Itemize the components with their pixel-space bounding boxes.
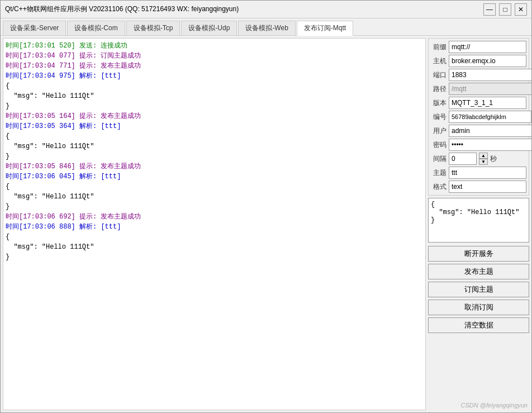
password-row: 密码 bbox=[431, 139, 526, 151]
host-select[interactable]: broker.emqx.io bbox=[449, 55, 526, 67]
log-line: { bbox=[6, 232, 423, 242]
host-label: 主机 bbox=[431, 56, 446, 66]
prefix-row: 前缀 mqtt:// bbox=[431, 41, 526, 53]
watermark: CSDN @feiyangqingyun bbox=[461, 402, 528, 409]
password-label: 密码 bbox=[431, 140, 446, 150]
interval-unit-label: 秒 bbox=[490, 154, 497, 164]
topic-select-wrapper: ttt bbox=[449, 167, 526, 179]
main-content: 时间[17:03:01 520] 发送: 连接成功时间[17:03:04 077… bbox=[1, 36, 531, 412]
interval-input[interactable] bbox=[449, 153, 477, 165]
log-line: } bbox=[6, 151, 423, 162]
log-line: { bbox=[6, 131, 423, 141]
form-section: 前缀 mqtt:// 主机 broker.emqx.io bbox=[428, 38, 529, 196]
window-title: Qt/C++物联网组件应用示例 V20231106 (QQ: 517216493… bbox=[5, 4, 239, 14]
host-row: 主机 broker.emqx.io bbox=[431, 55, 526, 67]
publish-button[interactable]: 发布主题 bbox=[428, 264, 529, 279]
interval-row: 间隔 ▲ ▼ 秒 bbox=[431, 153, 526, 165]
subscribe-button[interactable]: 订阅主题 bbox=[428, 282, 529, 297]
interval-down-button[interactable]: ▼ bbox=[479, 159, 488, 165]
action-buttons: 断开服务 发布主题 订阅主题 取消订阅 清空数据 bbox=[428, 246, 529, 333]
interval-label: 间隔 bbox=[431, 154, 446, 164]
interval-spinner: ▲ ▼ bbox=[479, 153, 488, 165]
interval-up-button[interactable]: ▲ bbox=[479, 153, 488, 159]
path-input[interactable] bbox=[449, 83, 531, 95]
id-label: 编号 bbox=[431, 112, 446, 122]
title-bar: Qt/C++物联网组件应用示例 V20231106 (QQ: 517216493… bbox=[1, 1, 531, 18]
version-label: 版本 bbox=[431, 98, 446, 108]
tab-server[interactable]: 设备采集-Server bbox=[3, 21, 66, 35]
right-panel: 前缀 mqtt:// 主机 broker.emqx.io bbox=[428, 36, 531, 412]
tab-com[interactable]: 设备模拟-Com bbox=[67, 21, 125, 35]
path-row: 路径 bbox=[431, 83, 526, 95]
format-row: 格式 text hex bbox=[431, 181, 526, 193]
log-line: "msg": "Hello 111Qt" bbox=[6, 192, 423, 202]
tab-tcp[interactable]: 设备模拟-Tcp bbox=[126, 21, 180, 35]
close-button[interactable]: ✕ bbox=[515, 3, 527, 16]
log-area[interactable]: 时间[17:03:01 520] 发送: 连接成功时间[17:03:04 077… bbox=[3, 38, 426, 410]
prefix-select[interactable]: mqtt:// bbox=[449, 41, 526, 53]
host-select-wrapper: broker.emqx.io bbox=[449, 55, 526, 67]
log-line: 时间[17:03:05 164] 提示: 发布主题成功 bbox=[6, 111, 423, 121]
port-label: 端口 bbox=[431, 70, 446, 80]
log-line: 时间[17:03:06 692] 提示: 发布主题成功 bbox=[6, 212, 423, 222]
maximize-button[interactable]: □ bbox=[499, 3, 511, 16]
disconnect-button[interactable]: 断开服务 bbox=[428, 246, 529, 262]
log-line: "msg": "Hello 111Qt" bbox=[6, 91, 423, 101]
topic-select[interactable]: ttt bbox=[449, 167, 526, 179]
version-select[interactable]: MQTT_3_1_1 bbox=[449, 97, 526, 109]
tab-udp[interactable]: 设备模拟-Udp bbox=[181, 21, 237, 35]
password-input[interactable] bbox=[449, 139, 531, 151]
log-line: 时间[17:03:04 077] 提示: 订阅主题成功 bbox=[6, 51, 423, 61]
topic-row: 主题 ttt bbox=[431, 167, 526, 179]
port-input[interactable] bbox=[449, 69, 531, 81]
message-textarea[interactable]: { "msg": "Hello 111Qt" } bbox=[428, 198, 529, 243]
id-row: 编号 bbox=[431, 111, 526, 123]
log-line: { bbox=[6, 182, 423, 192]
topic-label: 主题 bbox=[431, 168, 446, 178]
log-line: } bbox=[6, 202, 423, 212]
right-panel-inner: 前缀 mqtt:// 主机 broker.emqx.io bbox=[428, 38, 529, 333]
log-line: 时间[17:03:05 846] 提示: 发布主题成功 bbox=[6, 162, 423, 172]
format-select[interactable]: text hex bbox=[449, 181, 526, 193]
user-row: 用户 bbox=[431, 125, 526, 137]
log-line: 时间[17:03:04 771] 提示: 发布主题成功 bbox=[6, 61, 423, 71]
id-input[interactable] bbox=[449, 111, 531, 123]
tab-web[interactable]: 设备模拟-Web bbox=[238, 21, 295, 35]
clear-button[interactable]: 清空数据 bbox=[428, 317, 529, 333]
path-label: 路径 bbox=[431, 84, 446, 94]
log-line: 时间[17:03:01 520] 发送: 连接成功 bbox=[6, 41, 423, 51]
unsubscribe-button[interactable]: 取消订阅 bbox=[428, 300, 529, 315]
log-line: 时间[17:03:04 975] 解析: [ttt] bbox=[6, 71, 423, 81]
main-window: Qt/C++物联网组件应用示例 V20231106 (QQ: 517216493… bbox=[0, 0, 532, 413]
port-row: 端口 bbox=[431, 69, 526, 81]
prefix-label: 前缀 bbox=[431, 42, 446, 52]
prefix-select-wrapper: mqtt:// bbox=[449, 41, 526, 53]
version-row: 版本 MQTT_3_1_1 bbox=[431, 97, 526, 109]
tab-bar: 设备采集-Server 设备模拟-Com 设备模拟-Tcp 设备模拟-Udp 设… bbox=[1, 18, 531, 36]
log-line: "msg": "Hello 111Qt" bbox=[6, 141, 423, 151]
format-select-wrapper: text hex bbox=[449, 181, 526, 193]
window-controls: — □ ✕ bbox=[483, 3, 527, 16]
minimize-button[interactable]: — bbox=[483, 3, 496, 16]
user-label: 用户 bbox=[431, 126, 446, 136]
log-line: 时间[17:03:06 045] 解析: [ttt] bbox=[6, 172, 423, 182]
tab-mqtt[interactable]: 发布订阅-Mqtt bbox=[297, 21, 353, 36]
log-line: 时间[17:03:06 888] 解析: [ttt] bbox=[6, 222, 423, 232]
format-label: 格式 bbox=[431, 182, 446, 192]
log-line: } bbox=[6, 101, 423, 111]
user-input[interactable] bbox=[449, 125, 531, 137]
log-line: { bbox=[6, 81, 423, 91]
log-line: } bbox=[6, 252, 423, 262]
log-line: 时间[17:03:05 364] 解析: [ttt] bbox=[6, 121, 423, 131]
version-select-wrapper: MQTT_3_1_1 bbox=[449, 97, 526, 109]
log-line: "msg": "Hello 111Qt" bbox=[6, 242, 423, 252]
